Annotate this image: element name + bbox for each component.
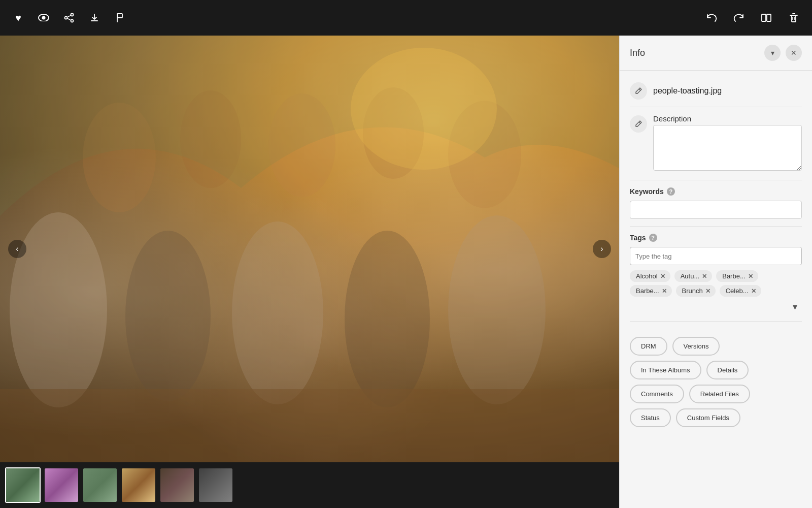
info-panel: Info ▾ ✕ people-toasting.jpg: [619, 36, 812, 508]
svg-rect-10: [762, 14, 766, 21]
tags-input[interactable]: [630, 247, 802, 265]
info-title: Info: [630, 48, 645, 58]
svg-rect-8: [117, 14, 122, 18]
btn-row-3: Comments Related Files: [630, 385, 802, 403]
filmstrip-thumb-3[interactable]: [82, 467, 118, 503]
filmstrip-thumb-5[interactable]: [159, 467, 195, 503]
status-button[interactable]: Status: [630, 408, 671, 427]
svg-point-24: [345, 231, 430, 407]
tag-chip-celebration: Celeb... ✕: [720, 285, 761, 297]
filmstrip-thumb-4[interactable]: [121, 467, 156, 503]
versions-button[interactable]: Versions: [672, 337, 720, 356]
description-label: Description: [653, 114, 802, 123]
svg-rect-12: [792, 15, 796, 22]
svg-rect-26: [0, 389, 619, 462]
eye-icon[interactable]: [36, 10, 52, 26]
tag-remove-autumn[interactable]: ✕: [702, 273, 707, 280]
redo-icon[interactable]: [731, 10, 747, 26]
undo-icon[interactable]: [703, 10, 720, 26]
svg-line-28: [639, 89, 640, 90]
toolbar: ♥: [0, 0, 812, 36]
next-button[interactable]: ›: [593, 240, 611, 258]
tags-row-2: Barbe... ✕ Brunch ✕ Celeb... ✕: [630, 285, 802, 297]
download-icon[interactable]: [86, 10, 103, 26]
description-edit-button[interactable]: [630, 115, 647, 133]
description-row: Description: [630, 107, 802, 180]
svg-point-27: [351, 48, 497, 170]
heart-icon[interactable]: ♥: [10, 10, 26, 26]
tag-label-barbecue1: Barbe...: [722, 272, 746, 280]
thumb-img-6: [199, 468, 232, 502]
filename-text: people-toasting.jpg: [653, 86, 722, 96]
tag-chip-barbecue1: Barbe... ✕: [716, 270, 758, 282]
svg-point-3: [65, 17, 67, 19]
tag-remove-barbecue2[interactable]: ✕: [662, 288, 667, 295]
thumb-img-1: [6, 468, 40, 502]
custom-fields-button[interactable]: Custom Fields: [676, 408, 740, 427]
tag-remove-barbecue1[interactable]: ✕: [748, 273, 753, 280]
chevron-right-icon: ›: [600, 244, 603, 253]
close-button[interactable]: ✕: [786, 45, 802, 61]
main-content: ‹ ›: [0, 36, 812, 508]
compare-icon[interactable]: [758, 10, 774, 26]
tag-label-barbecue2: Barbe...: [636, 287, 659, 295]
chevron-down-icon: ▾: [771, 49, 774, 57]
image-area: ‹ ›: [0, 36, 619, 462]
prev-button[interactable]: ‹: [8, 240, 26, 258]
svg-line-6: [67, 18, 71, 20]
tag-label-alcohol: Alcohol: [636, 272, 658, 280]
filmstrip-thumb-2[interactable]: [44, 467, 79, 503]
svg-point-2: [71, 14, 74, 16]
bottom-buttons: DRM Versions In These Albums Details Com…: [620, 329, 812, 435]
keywords-label: Keywords ?: [630, 187, 802, 196]
tag-chip-brunch: Brunch ✕: [676, 285, 716, 297]
svg-rect-7: [91, 20, 98, 21]
btn-row-4: Status Custom Fields: [630, 408, 802, 427]
tag-label-autumn: Autu...: [681, 272, 700, 280]
tag-remove-brunch[interactable]: ✕: [705, 288, 710, 295]
filmstrip-thumb-6[interactable]: [198, 467, 233, 503]
tag-remove-celebration[interactable]: ✕: [751, 288, 756, 295]
filename-edit-button[interactable]: [630, 82, 647, 100]
delete-icon[interactable]: [786, 10, 802, 26]
filmstrip-thumb-1[interactable]: [5, 467, 41, 503]
tag-remove-alcohol[interactable]: ✕: [660, 273, 665, 280]
btn-row-2: In These Albums Details: [630, 361, 802, 379]
collapse-button[interactable]: ▾: [764, 45, 781, 61]
description-content: Description: [653, 114, 802, 173]
flag-icon[interactable]: [112, 10, 128, 26]
details-button[interactable]: Details: [706, 361, 749, 379]
tags-label: Tags ?: [630, 234, 802, 242]
tag-label-brunch: Brunch: [682, 287, 703, 295]
image-viewer: ‹ ›: [0, 36, 619, 508]
tag-chip-autumn: Autu... ✕: [674, 270, 713, 282]
thumb-img-2: [45, 468, 78, 502]
related-files-button[interactable]: Related Files: [689, 385, 750, 403]
in-these-albums-button[interactable]: In These Albums: [630, 361, 701, 379]
tags-expand-button[interactable]: ▾: [788, 300, 802, 314]
keywords-help-icon[interactable]: ?: [667, 187, 675, 196]
share-icon[interactable]: [61, 10, 77, 26]
svg-point-1: [42, 16, 46, 20]
filmstrip: [0, 462, 619, 508]
keywords-input[interactable]: [630, 201, 802, 219]
info-header-buttons: ▾ ✕: [764, 45, 802, 61]
description-textarea[interactable]: [653, 125, 802, 171]
svg-point-21: [10, 212, 107, 407]
chevron-down-icon-tags: ▾: [793, 301, 797, 312]
main-image: [0, 36, 619, 462]
btn-row-1: DRM Versions: [630, 337, 802, 356]
tags-help-icon[interactable]: ?: [649, 234, 657, 242]
filename-row: people-toasting.jpg: [630, 78, 802, 107]
comments-button[interactable]: Comments: [630, 385, 684, 403]
svg-point-22: [125, 231, 211, 401]
toolbar-right: [703, 10, 802, 26]
tags-row-1: Alcohol ✕ Autu... ✕ Barbe... ✕: [630, 270, 802, 282]
tag-chip-barbecue2: Barbe... ✕: [630, 285, 672, 297]
svg-line-29: [639, 122, 640, 123]
drm-button[interactable]: DRM: [630, 337, 667, 356]
tags-section: Tags ? Alcohol ✕ Autu... ✕ Barbe...: [630, 227, 802, 322]
svg-line-5: [67, 15, 71, 17]
chevron-left-icon: ‹: [16, 244, 18, 253]
info-body: people-toasting.jpg Description Keywords…: [620, 71, 812, 329]
